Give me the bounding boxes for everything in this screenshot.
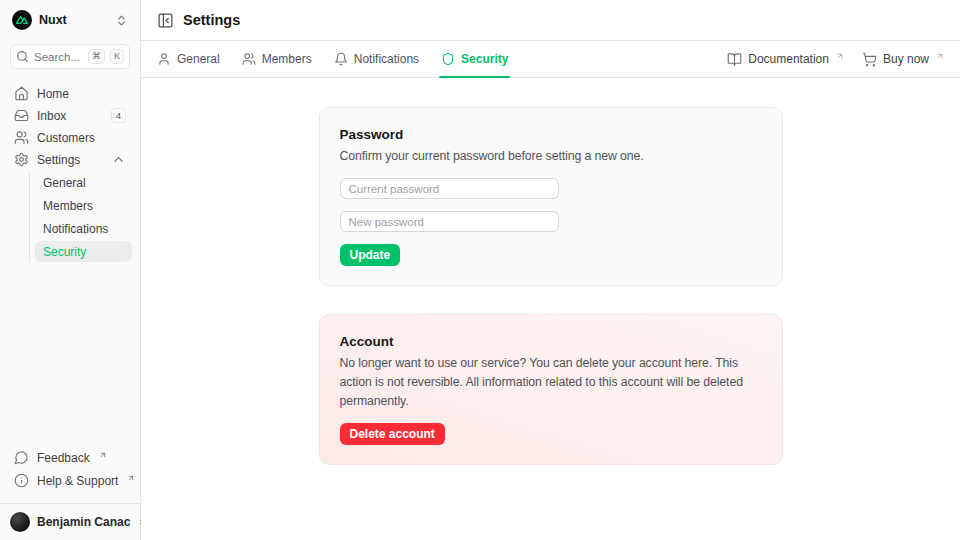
- current-password-field[interactable]: [340, 178, 559, 199]
- gear-icon: [14, 152, 29, 167]
- sidebar-item-notifications[interactable]: Notifications: [35, 218, 132, 239]
- users-icon: [14, 130, 29, 145]
- bell-icon: [334, 52, 348, 66]
- sidebar-item-label: Notifications: [43, 222, 124, 236]
- users-icon: [242, 52, 256, 66]
- password-card-title: Password: [340, 127, 762, 142]
- sidebar-item-settings[interactable]: Settings: [8, 149, 132, 170]
- tab-general[interactable]: General: [157, 41, 220, 77]
- sidebar-item-general[interactable]: General: [35, 172, 132, 193]
- main-area: Settings General Members Notifications: [141, 0, 960, 540]
- sidebar-item-label: General: [43, 176, 124, 190]
- sidebar-nav: Home Inbox 4 Customers Settings Gener: [0, 83, 140, 447]
- sidebar-footer: Feedback Help & Support: [0, 447, 140, 497]
- user-menu[interactable]: Benjamin Canac: [0, 503, 140, 540]
- user-name: Benjamin Canac: [37, 515, 130, 529]
- feedback-link[interactable]: Feedback: [8, 447, 132, 468]
- settings-security-panel: Password Confirm your current password b…: [141, 78, 960, 540]
- tab-label: General: [177, 52, 220, 66]
- external-link-icon: [127, 474, 135, 482]
- tab-bar: General Members Notifications Security: [141, 41, 960, 78]
- tab-label: Members: [262, 52, 312, 66]
- info-icon: [14, 473, 29, 488]
- search-input[interactable]: Search... ⌘ K: [10, 44, 130, 69]
- search-icon: [16, 50, 29, 63]
- sidebar-item-home[interactable]: Home: [8, 83, 132, 104]
- settings-subnav: General Members Notifications Security: [29, 172, 132, 262]
- tabs: General Members Notifications Security: [157, 41, 508, 77]
- nuxt-logo-icon: [12, 10, 32, 30]
- sidebar-item-security[interactable]: Security: [35, 241, 132, 262]
- external-link-icon: [99, 451, 107, 459]
- tab-label: Security: [461, 52, 508, 66]
- update-button[interactable]: Update: [340, 244, 401, 266]
- chevrons-up-down-icon: [115, 14, 128, 27]
- tab-members[interactable]: Members: [242, 41, 312, 77]
- delete-account-button[interactable]: Delete account: [340, 423, 445, 445]
- password-card: Password Confirm your current password b…: [319, 107, 783, 286]
- search-placeholder: Search...: [34, 51, 83, 63]
- app-window: Nuxt Search... ⌘ K Home Inbox 4: [0, 0, 960, 540]
- buy-now-link[interactable]: Buy now: [862, 52, 944, 67]
- user-icon: [157, 52, 171, 66]
- sidebar-item-inbox[interactable]: Inbox 4: [8, 105, 132, 126]
- account-card: Account No longer want to use our servic…: [319, 314, 783, 465]
- page-title: Settings: [183, 12, 240, 28]
- avatar: [10, 512, 30, 532]
- team-name: Nuxt: [39, 13, 108, 27]
- page-header: Settings: [141, 0, 960, 41]
- header-links: Documentation Buy now: [727, 41, 944, 77]
- book-open-icon: [727, 52, 742, 67]
- documentation-link[interactable]: Documentation: [727, 52, 844, 67]
- account-card-title: Account: [340, 334, 762, 349]
- footer-link-label: Feedback: [37, 451, 90, 465]
- sidebar-item-label: Security: [43, 245, 124, 259]
- cart-icon: [862, 52, 877, 67]
- team-switcher[interactable]: Nuxt: [0, 0, 140, 38]
- footer-link-label: Help & Support: [37, 474, 118, 488]
- kbd-meta: ⌘: [88, 49, 105, 64]
- sidebar-item-members[interactable]: Members: [35, 195, 132, 216]
- sidebar-item-customers[interactable]: Customers: [8, 127, 132, 148]
- sidebar: Nuxt Search... ⌘ K Home Inbox 4: [0, 0, 141, 540]
- sidebar-item-label: Settings: [37, 153, 103, 167]
- inbox-count-badge: 4: [111, 108, 126, 123]
- external-link-icon: [836, 52, 844, 60]
- inbox-icon: [14, 108, 29, 123]
- external-link-icon: [936, 52, 944, 60]
- sidebar-item-label: Home: [37, 87, 126, 101]
- account-card-description: No longer want to use our service? You c…: [340, 354, 762, 411]
- chat-bubble-icon: [14, 450, 29, 465]
- sidebar-item-label: Members: [43, 199, 124, 213]
- new-password-field[interactable]: [340, 211, 559, 232]
- chevron-up-icon: [111, 152, 126, 167]
- kbd-k: K: [110, 49, 124, 64]
- password-card-description: Confirm your current password before set…: [340, 147, 762, 166]
- panel-collapse-icon[interactable]: [157, 12, 174, 29]
- sidebar-item-label: Customers: [37, 131, 126, 145]
- tab-label: Notifications: [354, 52, 419, 66]
- tab-security[interactable]: Security: [441, 41, 508, 77]
- help-support-link[interactable]: Help & Support: [8, 470, 132, 491]
- sidebar-item-label: Inbox: [37, 109, 103, 123]
- home-icon: [14, 86, 29, 101]
- tab-notifications[interactable]: Notifications: [334, 41, 419, 77]
- header-link-label: Documentation: [748, 52, 829, 66]
- shield-icon: [441, 52, 455, 66]
- header-link-label: Buy now: [883, 52, 929, 66]
